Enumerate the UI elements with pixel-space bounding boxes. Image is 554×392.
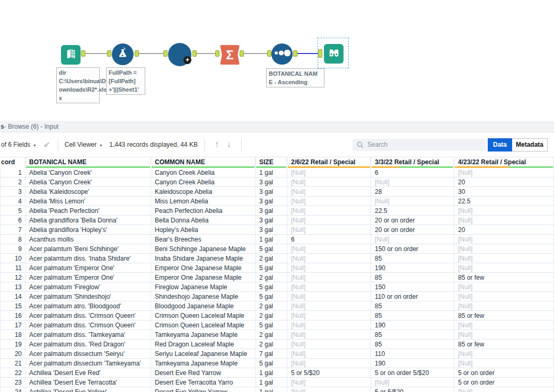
table-cell[interactable]: [Null] (287, 301, 371, 311)
table-cell[interactable]: Abelia grandiflora 'Bella Donna' (25, 216, 151, 225)
connection-macro-summarize[interactable] (197, 53, 216, 54)
table-cell[interactable]: 190 (371, 263, 454, 273)
table-cell[interactable]: [Null] (454, 206, 554, 216)
table-cell[interactable]: 1 (0, 168, 25, 177)
table-cell[interactable]: [Null] (287, 311, 371, 320)
table-cell[interactable]: 3 (0, 187, 25, 197)
formula-tool-input-anchor[interactable] (107, 50, 111, 57)
table-cell[interactable]: [Null] (287, 197, 371, 206)
table-cell[interactable]: 85 (371, 254, 454, 263)
column-header[interactable]: 2/6/22 Retail / Special (287, 157, 371, 168)
table-cell[interactable]: Canyon Creek Abelia (151, 177, 256, 187)
table-cell[interactable]: [Null] (287, 378, 371, 387)
table-row[interactable]: 2Abelia 'Canyon Creek'Canyon Creek Abeli… (0, 177, 554, 187)
column-header[interactable]: SIZE (256, 157, 287, 168)
table-cell[interactable]: 5 or 5/$20 (287, 368, 371, 378)
metadata-tab-button[interactable]: Metadata (512, 138, 548, 152)
table-cell[interactable]: 19 (0, 340, 25, 349)
table-cell[interactable]: 7 gal (256, 349, 287, 359)
formula-tool-annotation[interactable]: FullPath = [FullPath] +'|||Sheet1' (106, 67, 145, 95)
table-cell[interactable]: 85 (371, 340, 454, 349)
table-cell[interactable]: 1 gal (256, 235, 287, 244)
table-cell[interactable]: Crimson Queen Laceleaf Maple (151, 311, 256, 320)
table-cell[interactable]: 2 gal (256, 311, 287, 320)
table-cell[interactable]: Hopley's Abelia (151, 225, 256, 235)
table-cell[interactable]: Tamkeyama Japanese Maple (151, 330, 256, 340)
formula-tool[interactable] (112, 43, 134, 65)
table-cell[interactable]: 13 (0, 282, 25, 292)
table-cell[interactable]: 20 (454, 225, 554, 235)
table-row[interactable]: 5Abelia 'Peach Perfection'Peach Perfecti… (0, 206, 554, 216)
table-cell[interactable]: 3 gal (256, 197, 287, 206)
table-cell[interactable]: [Null] (454, 244, 554, 254)
table-cell[interactable]: Peach Perfection Abelia (151, 206, 256, 216)
table-cell[interactable]: [Null] (287, 254, 371, 263)
table-cell[interactable]: 2 gal (256, 254, 287, 263)
table-cell[interactable]: Acer palmatum diss. 'Crimson Queen' (25, 311, 151, 320)
table-cell[interactable]: 5 or on order (454, 378, 554, 387)
connection-summarize-sort[interactable] (244, 53, 268, 54)
table-cell[interactable]: 15 (0, 301, 25, 311)
table-cell[interactable]: Desert Eve Yellow Yarrow (151, 387, 256, 392)
table-cell[interactable]: 14 (0, 292, 25, 301)
fields-dropdown[interactable]: of 6 Fields ▾ (1, 141, 36, 148)
table-cell[interactable]: 2 gal (256, 273, 287, 282)
table-cell[interactable]: Acer palmatum 'Shindeshojo' (25, 292, 151, 301)
sort-tool-input-anchor[interactable] (267, 50, 271, 57)
table-cell[interactable]: 5 gal (256, 263, 287, 273)
table-row[interactable]: 3Abelia 'Kaleidoscope'Kaleidoscope Abeli… (0, 187, 554, 197)
scroll-down-icon[interactable]: ↓ (227, 139, 232, 150)
table-cell[interactable]: [Null] (454, 263, 554, 273)
input-data-tool[interactable] (61, 45, 81, 65)
table-cell[interactable]: Acer palmatum 'Emperor One' (25, 273, 151, 282)
connection-formula-macro[interactable] (139, 53, 163, 54)
table-cell[interactable]: 21 (0, 359, 25, 368)
table-cell[interactable]: Acer palmatum dissectum 'Tamkeyama' (25, 359, 151, 368)
table-row[interactable]: 20Acer palmatum dissectum 'Seiryu'Seriyu… (0, 349, 554, 359)
connection-sort-browse-selected[interactable] (297, 53, 318, 54)
data-tab-button[interactable]: Data (488, 138, 512, 152)
table-cell[interactable]: 22.5 (454, 197, 554, 206)
table-cell[interactable]: 20 or on order (371, 225, 454, 235)
table-cell[interactable]: [Null] (454, 349, 554, 359)
table-cell[interactable]: 24 (0, 387, 25, 392)
table-cell[interactable]: 11 (0, 263, 25, 273)
table-cell[interactable]: 6 (287, 235, 371, 244)
table-cell[interactable]: [Null] (371, 177, 454, 187)
table-cell[interactable]: Bella Donna Abelia (151, 216, 256, 225)
table-cell[interactable]: Acer palmatum atro. 'Bloodgood' (25, 301, 151, 311)
table-cell[interactable]: 22.5 (371, 206, 454, 216)
table-cell[interactable]: 3 gal (256, 177, 287, 187)
search-input[interactable]: Search (353, 139, 486, 151)
table-cell[interactable]: 7 (0, 225, 25, 235)
table-row[interactable]: 16Acer palmatum diss. 'Crimson Queen'Cri… (0, 311, 554, 320)
table-cell[interactable]: Acanthus mollis (25, 235, 151, 244)
table-row[interactable]: 23Achillea 'Desert Eve Terracotta'Desert… (0, 378, 554, 387)
table-row[interactable]: 13Acer palmatum 'Fireglow'Fireglow Japan… (0, 282, 554, 292)
table-row[interactable]: 4Abelia 'Miss Lemon'Miss Lemon Abelia3 g… (0, 197, 554, 206)
table-cell[interactable]: 85 or few (454, 273, 554, 282)
table-cell[interactable]: [Null] (287, 292, 371, 301)
table-cell[interactable]: 5 gal (256, 320, 287, 330)
table-cell[interactable]: 3 gal (256, 206, 287, 216)
table-cell[interactable]: Acer palmatum diss. 'Tamkeyama' (25, 330, 151, 340)
input-tool-annotation[interactable]: dir C:\Users\binua\D ownloads\R2*.xls x (56, 67, 100, 103)
table-cell[interactable]: 150 or on order (371, 244, 454, 254)
table-cell[interactable]: [Null] (287, 330, 371, 340)
table-cell[interactable]: [Null] (454, 235, 554, 244)
cell-viewer-dropdown[interactable]: Cell Viewer ▾ (65, 141, 102, 148)
table-cell[interactable]: 18 (0, 330, 25, 340)
table-cell[interactable]: Desert Eve Terracotta Yarro (151, 378, 256, 387)
table-cell[interactable]: 20 (0, 349, 25, 359)
table-cell[interactable]: 3 gal (256, 225, 287, 235)
table-cell[interactable]: Achillea 'Desert Eve Yellow' (25, 387, 151, 392)
table-cell[interactable]: [Null] (287, 282, 371, 292)
table-cell[interactable]: 6 (0, 216, 25, 225)
column-header[interactable]: COMMON NAME (151, 157, 256, 168)
table-cell[interactable]: Acer palamtum 'Beni Schihinge' (25, 244, 151, 254)
table-cell[interactable]: [Null] (454, 254, 554, 263)
table-row[interactable]: 6Abelia grandiflora 'Bella Donna'Bella D… (0, 216, 554, 225)
table-cell[interactable]: Emperor One Japanese Maple (151, 263, 256, 273)
table-cell[interactable]: Acer palamtum diss. 'Inaba Shidare' (25, 254, 151, 263)
table-cell[interactable]: [Null] (371, 235, 454, 244)
